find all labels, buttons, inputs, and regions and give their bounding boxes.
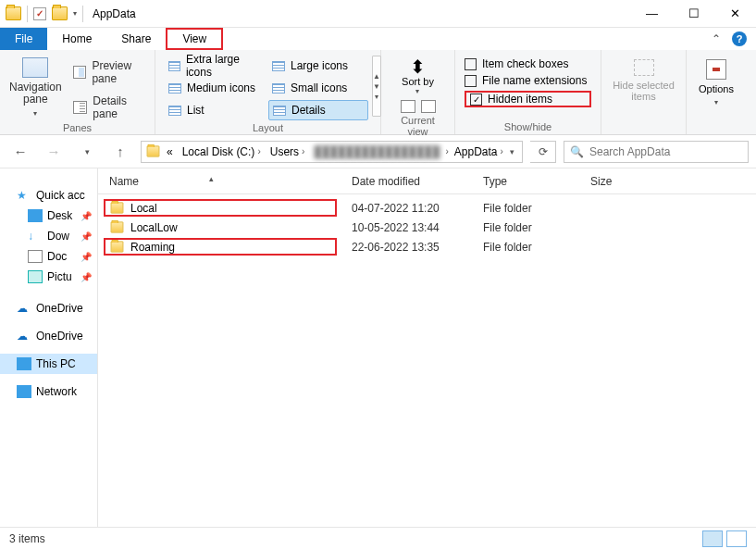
- up-button[interactable]: ↑: [107, 139, 133, 165]
- view-details-button[interactable]: [702, 530, 723, 547]
- star-icon: ★: [17, 189, 31, 202]
- layout-large-label: Large icons: [291, 59, 348, 72]
- layout-large[interactable]: Large icons: [268, 56, 368, 76]
- back-button[interactable]: ←: [7, 139, 33, 165]
- maximize-button[interactable]: ☐: [673, 0, 714, 27]
- item-checkboxes-label: Item check boxes: [482, 57, 568, 70]
- details-icon: [273, 106, 286, 116]
- chevron-down-icon: ▾: [415, 87, 419, 95]
- col-size[interactable]: Size: [579, 175, 672, 188]
- details-pane-icon: [73, 101, 88, 114]
- close-button[interactable]: ✕: [714, 0, 756, 27]
- cell-type: File folder: [472, 221, 579, 234]
- tree-this-pc[interactable]: This PC: [0, 354, 97, 374]
- tree-onedrive-1[interactable]: ☁OneDrive: [0, 298, 97, 318]
- navigation-pane-icon: [22, 57, 48, 78]
- crumb-overflow[interactable]: «: [163, 145, 177, 158]
- qat-new-folder-button[interactable]: [52, 6, 68, 20]
- file-name: Roaming: [130, 241, 175, 254]
- qat-dropdown-icon[interactable]: ▾: [73, 9, 77, 18]
- tree-onedrive-2[interactable]: ☁OneDrive: [0, 326, 97, 346]
- refresh-button[interactable]: ⟳: [530, 141, 556, 163]
- chevron-down-icon: ▾: [714, 98, 718, 106]
- status-bar: 3 items: [0, 527, 756, 549]
- table-row[interactable]: LocalLow10-05-2022 13:44File folder: [98, 218, 756, 237]
- pc-icon: [17, 357, 31, 370]
- tree-pictures[interactable]: Pictu📌: [0, 267, 97, 287]
- col-name[interactable]: ▴Name: [98, 175, 341, 188]
- chevron-more-icon: ▾: [373, 93, 380, 101]
- hide-icon: [634, 59, 654, 76]
- tree-desktop-label: Desk: [47, 209, 72, 222]
- add-columns-button[interactable]: [421, 100, 436, 113]
- layout-list[interactable]: List: [165, 100, 265, 120]
- tree-desktop[interactable]: Desk📌: [0, 206, 97, 226]
- layout-small[interactable]: Small icons: [268, 78, 368, 98]
- col-type[interactable]: Type: [472, 175, 579, 188]
- item-check-boxes-toggle[interactable]: Item check boxes: [465, 57, 591, 70]
- overflow-label: «: [167, 145, 173, 158]
- cell-name: LocalLow: [98, 220, 341, 234]
- layout-extra-large[interactable]: Extra large icons: [165, 56, 265, 76]
- cell-date: 22-06-2022 13:35: [341, 241, 472, 254]
- details-pane-button[interactable]: Details pane: [73, 94, 145, 120]
- search-box[interactable]: 🔍 Search AppData: [564, 141, 749, 163]
- layout-details-label: Details: [291, 104, 326, 117]
- layout-details[interactable]: Details: [268, 100, 368, 120]
- cell-type: File folder: [472, 202, 579, 215]
- nav-tree: ★Quick acc Desk📌 ↓Dow📌 Doc📌 Pictu📌 ☁OneD…: [0, 168, 98, 527]
- qat-properties-button[interactable]: ✓: [33, 7, 46, 20]
- details-pane-label: Details pane: [93, 94, 145, 120]
- hide-label: Hide selected items: [611, 80, 676, 102]
- layout-medium[interactable]: Medium icons: [165, 78, 265, 98]
- crumb-appdata-label: AppData: [454, 145, 498, 158]
- tree-quick-access[interactable]: ★Quick acc: [0, 185, 97, 206]
- search-icon: 🔍: [570, 145, 584, 158]
- group-panes-label: Panes: [9, 120, 145, 133]
- tab-view[interactable]: View: [166, 28, 223, 50]
- group-by-button[interactable]: [401, 100, 415, 113]
- recent-dropdown[interactable]: ▾: [74, 139, 100, 165]
- group-layout: Extra large icons Large icons Medium ico…: [155, 50, 381, 134]
- group-cv-label: Current view: [390, 113, 445, 137]
- options-icon: [706, 59, 726, 80]
- qat-separator-2: [82, 6, 83, 22]
- crumb-users[interactable]: Users›: [266, 145, 309, 158]
- col-date[interactable]: Date modified: [341, 175, 472, 188]
- crumb-redacted[interactable]: ████████████████: [310, 145, 443, 158]
- document-icon: [28, 250, 43, 263]
- help-icon[interactable]: ?: [732, 31, 747, 46]
- breadcrumb[interactable]: « Local Disk (C:)› Users› ██████████████…: [141, 141, 523, 163]
- hidden-items-toggle[interactable]: ✓Hidden items: [465, 91, 591, 107]
- tab-home[interactable]: Home: [47, 28, 106, 50]
- address-dropdown-icon[interactable]: ▾: [510, 147, 518, 156]
- file-name: Local: [130, 202, 157, 215]
- crumb-c[interactable]: Local Disk (C:)›: [179, 145, 265, 158]
- navigation-pane-button[interactable]: Navigation pane ▾: [9, 54, 62, 120]
- group-panes: Navigation pane ▾ Preview pane Details p…: [0, 50, 155, 134]
- layout-scroll[interactable]: ▲▼▾: [372, 56, 381, 117]
- tab-share[interactable]: Share: [106, 28, 166, 50]
- tree-documents[interactable]: Doc📌: [0, 246, 97, 267]
- tab-file[interactable]: File: [0, 28, 47, 50]
- ribbon-collapse-icon[interactable]: ⌃: [712, 32, 721, 45]
- window-title: AppData: [93, 7, 136, 20]
- tree-dl-label: Dow: [47, 230, 69, 243]
- ribbon: Navigation pane ▾ Preview pane Details p…: [0, 50, 756, 135]
- table-row[interactable]: Local04-07-2022 11:20File folder: [98, 198, 756, 218]
- options-button[interactable]: Options ▾: [696, 54, 737, 106]
- sort-asc-icon: ▴: [209, 174, 214, 183]
- sort-by-label: Sort by: [402, 76, 434, 87]
- minimize-button[interactable]: —: [631, 0, 673, 27]
- view-large-icons-button[interactable]: [726, 530, 747, 547]
- table-row[interactable]: Roaming22-06-2022 13:35File folder: [98, 237, 756, 256]
- tree-network[interactable]: Network: [0, 381, 97, 402]
- tree-downloads[interactable]: ↓Dow📌: [0, 226, 97, 246]
- cell-name: Roaming: [98, 240, 341, 254]
- crumb-appdata[interactable]: AppData›: [451, 145, 507, 158]
- sort-by-button[interactable]: ⬍ Sort by ▾: [402, 57, 434, 95]
- file-extensions-toggle[interactable]: File name extensions: [465, 74, 591, 87]
- file-ext-label: File name extensions: [482, 74, 587, 87]
- desktop-icon: [28, 209, 43, 222]
- preview-pane-button[interactable]: Preview pane: [73, 59, 145, 85]
